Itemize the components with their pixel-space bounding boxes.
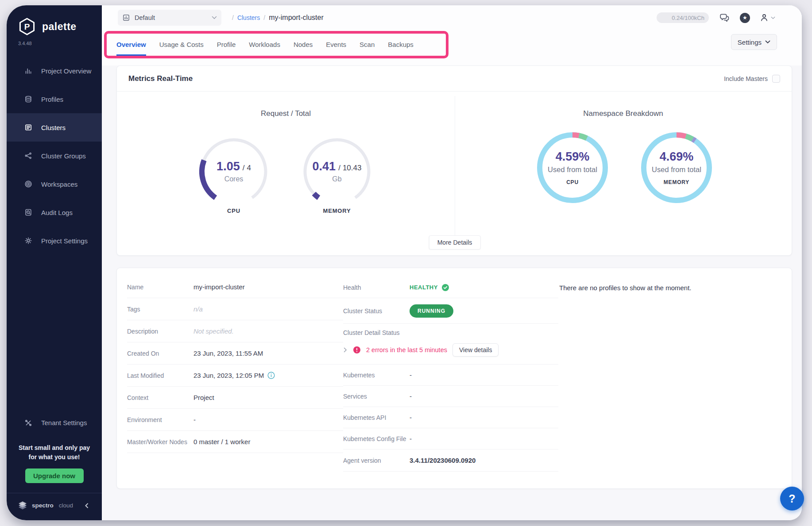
star-icon: ★ <box>742 15 747 21</box>
table-row: Cluster Status RUNNING <box>343 298 558 324</box>
row-label: Context <box>127 394 193 401</box>
cpu-namespace-donut: 4.59% Used from total CPU <box>534 129 611 208</box>
upgrade-now-button[interactable]: Upgrade now <box>25 468 84 483</box>
tab-label: Backups <box>388 41 414 48</box>
view-details-button[interactable]: View details <box>452 343 499 357</box>
footer-brand-text: cloud <box>59 502 73 509</box>
tab-label: Usage & Costs <box>159 41 204 48</box>
sidebar-item-cluster-groups[interactable]: Cluster Groups <box>7 142 102 170</box>
cluster-details-card: Name my-import-cluster Tags n/a Descript… <box>116 268 792 489</box>
sidebar-item-workspaces[interactable]: Workspaces <box>7 170 102 198</box>
tab-workloads[interactable]: Workloads <box>249 34 280 56</box>
tab-label: Scan <box>360 41 375 48</box>
table-row: Kubernetes Config File - <box>343 428 558 449</box>
memory-donut-label: MEMORY <box>638 179 715 185</box>
chevron-right-icon[interactable] <box>343 347 348 353</box>
metrics-card: Metrics Real-Time Include Masters Reques… <box>116 65 792 256</box>
settings-button[interactable]: Settings <box>731 34 777 50</box>
sidebar-item-project-overview[interactable]: Project Overview <box>7 57 102 85</box>
row-label: Kubernetes API <box>343 414 410 421</box>
project-selector[interactable]: Default <box>118 10 221 26</box>
more-details-button[interactable]: More Details <box>429 235 481 250</box>
doc-search-icon <box>24 208 32 216</box>
table-row: Health HEALTHY <box>343 277 558 298</box>
chevron-left-icon <box>83 502 90 509</box>
error-summary-row: 2 errors in the last 5 minutes View deta… <box>343 343 558 357</box>
row-label: Environment <box>127 416 193 423</box>
tab-nodes[interactable]: Nodes <box>294 34 313 56</box>
row-value: n/a <box>193 305 203 313</box>
sidebar-item-audit-logs[interactable]: Audit Logs <box>7 198 102 227</box>
chat-icon <box>719 12 730 23</box>
help-button[interactable]: ? <box>780 487 804 511</box>
memory-namespace-donut: 4.69% Used from total MEMORY <box>638 129 715 208</box>
tab-label: Workloads <box>249 41 280 48</box>
usage-quota-pill: 0.24/100kCh <box>657 12 709 23</box>
row-value: 23 Jun, 2023, 11:55 AM <box>193 349 263 357</box>
table-row: Created On 23 Jun, 2023, 11:55 AM <box>127 342 343 365</box>
question-mark-icon: ? <box>789 492 795 505</box>
chevron-down-icon <box>765 40 770 44</box>
chat-button[interactable] <box>719 12 730 23</box>
agent-version-value: 3.4.11/20230609.0920 <box>410 457 476 464</box>
cpu-total-value: 4 <box>247 164 251 172</box>
sidebar: P palette 3.4.48 Project Overview Profil… <box>7 5 102 520</box>
cpu-gauge-readout: 1.05/4 Cores <box>196 160 271 183</box>
metrics-header: Metrics Real-Time Include Masters <box>117 66 792 92</box>
gear-icon <box>24 237 32 245</box>
row-label: Created On <box>127 350 193 357</box>
cluster-detail-status-block: Cluster Detail Status 2 errors in the la… <box>343 324 558 365</box>
error-count-text: 2 errors in the last 5 minutes <box>366 346 447 353</box>
sidebar-collapse-button[interactable] <box>83 502 90 509</box>
main-area: Default / Clusters / my-import-cluster 0… <box>102 5 802 520</box>
sidebar-item-profiles[interactable]: Profiles <box>7 85 102 113</box>
sidebar-item-project-settings[interactable]: Project Settings <box>7 227 102 255</box>
sidebar-item-clusters[interactable]: Clusters <box>7 113 102 142</box>
tabs-highlight-annotation: Overview Usage & Costs Profile Workloads… <box>104 31 449 58</box>
tab-usage-costs[interactable]: Usage & Costs <box>159 34 204 56</box>
breadcrumb-link-clusters[interactable]: Clusters <box>237 14 260 21</box>
project-selector-value: Default <box>135 14 155 21</box>
app-window: P palette 3.4.48 Project Overview Profil… <box>7 5 802 520</box>
sidebar-item-label: Workspaces <box>41 180 77 188</box>
topbar: Default / Clusters / my-import-cluster 0… <box>102 5 802 30</box>
memory-percent-subtitle: Used from total <box>638 165 715 174</box>
cpu-used-value: 1.05 <box>217 160 240 173</box>
metrics-body: Request / Total Namespace Breakdown 1.05… <box>117 92 792 256</box>
table-row: Agent version 3.4.11/20230609.0920 <box>343 449 558 472</box>
footer-brand-text: spectro <box>32 502 54 509</box>
star-badge-button[interactable]: ★ <box>740 13 750 23</box>
tab-scan[interactable]: Scan <box>360 34 375 56</box>
tab-overview[interactable]: Overview <box>116 34 146 56</box>
user-menu-button[interactable] <box>760 13 775 22</box>
upgrade-promo: Start small and only pay for what you us… <box>7 443 102 462</box>
sidebar-item-label: Cluster Groups <box>41 152 86 160</box>
row-value: - <box>410 435 412 442</box>
breadcrumb: / Clusters / my-import-cluster <box>232 14 324 22</box>
tab-profile[interactable]: Profile <box>217 34 236 56</box>
tab-events[interactable]: Events <box>326 34 346 56</box>
include-masters-checkbox[interactable] <box>772 75 780 83</box>
sidebar-item-tenant-settings[interactable]: Tenant Settings <box>7 412 102 434</box>
metrics-title: Metrics Real-Time <box>128 74 193 83</box>
row-value: - <box>410 392 412 400</box>
row-label: Agent version <box>343 457 410 464</box>
row-label: Cluster Detail Status <box>343 329 558 336</box>
memory-total-value: 10.43 <box>343 164 362 172</box>
list-icon <box>24 123 32 131</box>
row-label: Tags <box>127 306 193 313</box>
brand: P palette <box>7 5 102 36</box>
include-masters-label: Include Masters <box>724 75 768 82</box>
info-icon[interactable] <box>267 372 275 379</box>
sidebar-item-label: Project Overview <box>41 67 91 75</box>
sidebar-item-label: Project Settings <box>41 237 88 245</box>
chevron-down-icon <box>771 16 775 19</box>
table-row: Kubernetes - <box>343 365 558 386</box>
row-value: 23 Jun, 2023, 12:05 PM <box>193 372 275 379</box>
breadcrumb-current: my-import-cluster <box>269 14 324 22</box>
cpu-donut-readout: 4.59% Used from total CPU <box>534 150 611 185</box>
table-row: Last Modified 23 Jun, 2023, 12:05 PM <box>127 365 343 387</box>
sidebar-bottom: Tenant Settings Start small and only pay… <box>7 412 102 520</box>
tab-backups[interactable]: Backups <box>388 34 414 56</box>
row-value: - <box>410 414 412 421</box>
